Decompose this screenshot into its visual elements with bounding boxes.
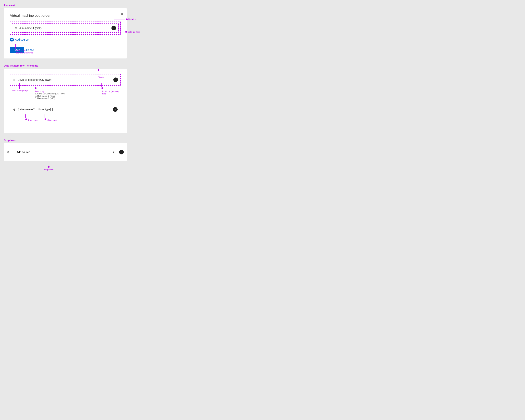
dropdown-panel: ⊕ Add source ▼ − dropdown (4, 143, 127, 161)
template-row-wrapper: ⊕ [drive-name-1] [drive type] − drive na… (10, 105, 121, 127)
dropdown-remove-button[interactable]: − (119, 150, 124, 154)
data-list-row-label: Data list item row – elements (4, 64, 259, 67)
data-list-item-annotation: Data-list item (115, 31, 140, 33)
remove-button[interactable]: − (112, 26, 116, 30)
remove-annotation-text: Font-icon [remove] Body (102, 90, 119, 95)
list-item-1: 1. drive 1 : Container (CD-ROM) (35, 93, 65, 95)
data-list-item-annotation-text: Data-list item (128, 31, 140, 33)
template-remove-button[interactable]: − (113, 107, 118, 112)
data-list-item: ⊕ disk-name-1 (disk) − (12, 23, 119, 33)
drive-remove-icon: − (115, 78, 116, 81)
template-row: ⊕ [drive-name-1] [drive type] − (10, 105, 121, 114)
remove-icon: − (113, 27, 114, 30)
dropdown-wrapper: Add source ▼ (14, 149, 117, 155)
button-type-annotation: Button: link Icon: fa-plus-circle (16, 49, 33, 54)
data-list-row-panel: ⊕ Drive 1: container (CD-ROM) − Icon: fa… (4, 69, 127, 133)
list-item-3: 3. Nice-name-3 (NIC) (35, 97, 65, 99)
font-body-annotation: Font body 1. drive 1 : Container (CD-ROM… (35, 83, 65, 99)
drive-name-annotation: drive name (25, 115, 38, 121)
drive-type-annotation-text: [drive type] (47, 119, 57, 121)
dropdown-section: Dropdown ⊕ Add source ▼ − dropdown (4, 139, 259, 161)
modal-title: Virtual machine boot order (10, 14, 121, 18)
data-list-annotation: Data-list (114, 18, 136, 20)
font-body-annotation-text: Font body 1. drive 1 : Container (CD-ROM… (35, 90, 65, 99)
add-source-label: Add source (15, 38, 29, 41)
dragdrop-annotation: Icon: fa-dragdrop (11, 83, 28, 92)
dropdown-section-label: Dropdown (4, 139, 259, 142)
drive-item-label: Drive 1: container (CD-ROM) (18, 78, 109, 81)
plus-circle-icon: + (10, 38, 14, 42)
template-remove-icon: − (114, 108, 116, 111)
template-drag-icon[interactable]: ⊕ (13, 108, 16, 111)
dropdown-annotation: dropdown (44, 160, 53, 171)
data-list-row-section: Data list item row – elements ⊕ Drive 1:… (4, 64, 259, 133)
divider-annotation-text: Divider (98, 76, 104, 78)
dropdown-drag-icon[interactable]: ⊕ (7, 150, 9, 154)
drive-type-annotation: [drive type] (45, 115, 57, 121)
list-item-2: 2. Disk-name-2 (Disk) (35, 95, 65, 97)
data-list-annotation-text: Data-list (128, 18, 136, 20)
template-drive-name: [drive-name-1] (18, 108, 37, 111)
drive-name-annotation-text: drive name (28, 119, 38, 121)
add-source-button[interactable]: + Add source (10, 38, 29, 42)
divider (111, 76, 111, 83)
dragdrop-icon[interactable]: ⊕ (13, 78, 15, 82)
dropdown-row: ⊕ Add source ▼ − (7, 147, 124, 157)
placement-label: Placemet (4, 4, 259, 7)
drive-remove-button[interactable]: − (113, 77, 118, 82)
drag-icon[interactable]: ⊕ (15, 26, 17, 30)
remove-annotation: Font-icon [remove] Body (102, 83, 119, 95)
modal-panel: Virtual machine boot order × ⊕ disk-name… (4, 8, 127, 58)
close-button[interactable]: × (121, 12, 123, 16)
add-source-dropdown[interactable]: Add source (14, 149, 117, 155)
data-list: ⊕ disk-name-1 (disk) − (10, 21, 121, 35)
dragdrop-annotation-text: Icon: fa-dragdrop (11, 89, 28, 92)
dropdown-annotation-text: dropdown (44, 168, 53, 171)
template-drive-type: [drive type] (38, 108, 52, 111)
dropdown-remove-icon: − (121, 151, 122, 154)
item-name: disk-name-1 (disk) (19, 27, 112, 30)
placement-section: Placemet Virtual machine boot order × ⊕ … (4, 4, 259, 58)
divider-annotation: Divider (98, 69, 104, 79)
